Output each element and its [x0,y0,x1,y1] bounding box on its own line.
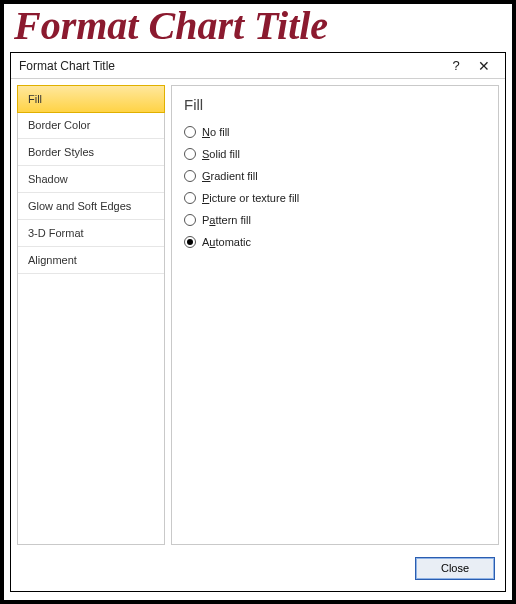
radio-label: Automatic [202,236,251,248]
panel-title: Fill [184,96,486,113]
sidebar-item-fill[interactable]: Fill [17,85,165,113]
radio-label: No fill [202,126,230,138]
page-banner: Format Chart Title [4,4,512,50]
sidebar-item-alignment[interactable]: Alignment [18,247,164,274]
dialog-titlebar: Format Chart Title ? ✕ [11,53,505,79]
close-button[interactable]: Close [415,557,495,580]
category-sidebar: Fill Border Color Border Styles Shadow G… [17,85,165,545]
radio-automatic[interactable]: Automatic [184,233,486,251]
dialog-footer: Close [11,551,505,591]
radio-picture-texture-fill[interactable]: Picture or texture fill [184,189,486,207]
radio-icon [184,236,196,248]
sidebar-item-3d-format[interactable]: 3-D Format [18,220,164,247]
sidebar-item-border-styles[interactable]: Border Styles [18,139,164,166]
sidebar-item-label: Shadow [28,173,68,185]
fill-panel: Fill No fill Solid fill Gradient fill Pi… [171,85,499,545]
radio-pattern-fill[interactable]: Pattern fill [184,211,486,229]
sidebar-item-label: Glow and Soft Edges [28,200,131,212]
sidebar-item-border-color[interactable]: Border Color [18,112,164,139]
radio-label: Pattern fill [202,214,251,226]
radio-icon [184,214,196,226]
radio-label: Gradient fill [202,170,258,182]
radio-solid-fill[interactable]: Solid fill [184,145,486,163]
radio-label: Picture or texture fill [202,192,299,204]
format-chart-title-dialog: Format Chart Title ? ✕ Fill Border Color… [10,52,506,592]
radio-no-fill[interactable]: No fill [184,123,486,141]
sidebar-item-label: 3-D Format [28,227,84,239]
sidebar-item-label: Border Styles [28,146,94,158]
radio-icon [184,192,196,204]
sidebar-item-label: Alignment [28,254,77,266]
dialog-body: Fill Border Color Border Styles Shadow G… [11,79,505,551]
sidebar-item-shadow[interactable]: Shadow [18,166,164,193]
dialog-title: Format Chart Title [19,59,115,73]
sidebar-item-glow-soft-edges[interactable]: Glow and Soft Edges [18,193,164,220]
sidebar-item-label: Fill [28,93,42,105]
sidebar-item-label: Border Color [28,119,90,131]
radio-label: Solid fill [202,148,240,160]
radio-icon [184,148,196,160]
window-close-button[interactable]: ✕ [469,58,499,74]
help-button[interactable]: ? [443,58,469,73]
radio-icon [184,126,196,138]
radio-gradient-fill[interactable]: Gradient fill [184,167,486,185]
radio-icon [184,170,196,182]
